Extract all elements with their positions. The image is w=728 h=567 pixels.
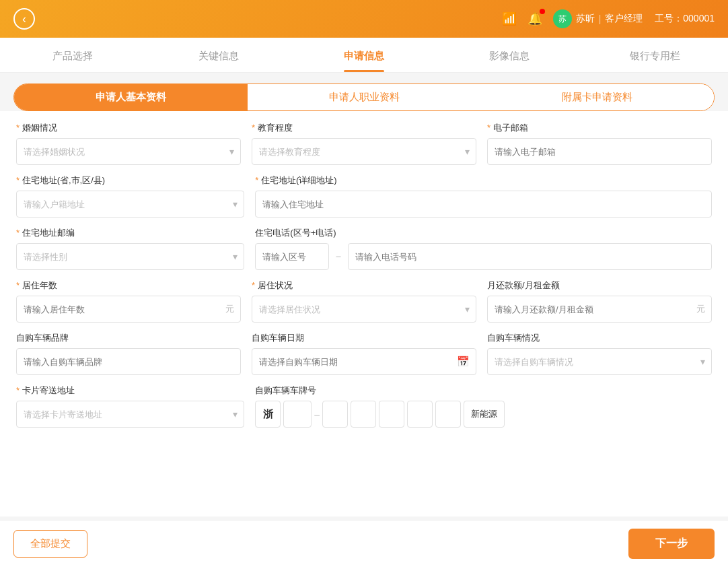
form-group-car-brand: 自购车辆品牌	[16, 332, 241, 375]
car-date-label: 自购车辆日期	[252, 332, 476, 344]
sub-tabs: 申请人基本资料 申请人职业资料 附属卡申请资料	[13, 84, 715, 111]
tab-career-info[interactable]: 申请人职业资料	[248, 84, 481, 110]
zip-label: 住宅地址邮编	[16, 227, 244, 239]
plate-char4-input[interactable]	[407, 401, 433, 428]
monthly-payment-wrap: 元	[487, 296, 712, 323]
marital-select-wrap: 请选择婚姻状况	[16, 138, 241, 165]
step-product[interactable]: 产品选择	[0, 38, 145, 72]
home-addr-detail-input[interactable]	[255, 191, 712, 218]
card-delivery-select[interactable]: 请选择卡片寄送地址	[16, 401, 244, 428]
plate-char3-input[interactable]	[379, 401, 404, 428]
email-label: 电子邮箱	[487, 122, 712, 134]
form-group-car-date: 自购车辆日期 📅	[252, 332, 476, 375]
education-select[interactable]: 请选择教育程度	[252, 138, 476, 165]
plate-char2-input[interactable]	[351, 401, 376, 428]
residence-years-input[interactable]	[16, 296, 241, 323]
user-info: 苏 苏昕 | 客户经理 工号：000001	[553, 9, 715, 28]
plate-new-energy-button[interactable]: 新能源	[464, 401, 505, 428]
submit-all-button[interactable]: 全部提交	[13, 530, 87, 558]
bell-icon: 🔔	[527, 12, 542, 26]
form-group-residence-years: 居住年数 元	[16, 279, 241, 323]
car-brand-input[interactable]	[16, 348, 241, 375]
form-group-education: 教育程度 请选择教育程度	[252, 122, 476, 165]
plate-char5-input[interactable]	[435, 401, 461, 428]
plate-letter-input[interactable]	[283, 401, 312, 428]
form-group-car-status: 自购车辆情况 请选择自购车辆情况	[487, 332, 712, 375]
email-input[interactable]	[487, 138, 712, 165]
phone-number-input[interactable]	[348, 243, 712, 270]
divider: |	[599, 13, 602, 24]
residence-years-label: 居住年数	[16, 279, 241, 292]
marital-select[interactable]: 请选择婚姻状况	[16, 138, 241, 165]
zip-select-wrap: 请选择性别	[16, 243, 244, 270]
step-apply-info[interactable]: 申请信息	[291, 38, 437, 72]
phone-area-input[interactable]	[255, 243, 329, 270]
education-label: 教育程度	[252, 122, 476, 134]
home-addr-detail-label: 住宅地址(详细地址)	[255, 174, 712, 187]
form-row-1: 婚姻情况 请选择婚姻状况 教育程度 请选择教育程度 电子邮箱	[16, 122, 712, 165]
home-addr-select-wrap: 请输入户籍地址	[16, 191, 244, 218]
form-row-3: 住宅地址邮编 请选择性别 住宅电话(区号+电话) －	[16, 227, 712, 270]
back-button[interactable]: ‹	[13, 8, 35, 30]
card-delivery-wrap: 请选择卡片寄送地址	[16, 401, 244, 428]
step-key-info[interactable]: 关键信息	[145, 38, 291, 72]
header-right: 📶 🔔 苏 苏昕 | 客户经理 工号：000001	[502, 9, 715, 28]
residence-years-wrap: 元	[16, 296, 241, 323]
user-role: 客户经理	[605, 13, 643, 25]
form-row-5: 自购车辆品牌 自购车辆日期 📅 自购车辆情况 请选择自购车辆情况	[16, 332, 712, 375]
form-group-home-addr-detail: 住宅地址(详细地址)	[255, 174, 712, 218]
residence-status-label: 居住状况	[252, 279, 476, 292]
plate-row: 浙 – 新能源	[255, 401, 712, 428]
tab-basic-info[interactable]: 申请人基本资料	[14, 84, 248, 110]
form-group-residence-status: 居住状况 请选择居住状况	[252, 279, 476, 323]
car-status-wrap: 请选择自购车辆情况	[487, 348, 712, 375]
form-group-phone: 住宅电话(区号+电话) －	[255, 227, 712, 270]
phone-group: －	[255, 243, 712, 270]
monthly-payment-unit: 元	[696, 303, 705, 315]
user-name: 苏昕	[576, 13, 595, 25]
bell-wrap: 🔔	[527, 11, 542, 26]
header-left: ‹	[13, 8, 35, 30]
calendar-icon: 📅	[457, 356, 470, 368]
card-delivery-label: 卡片寄送地址	[16, 385, 244, 397]
form-group-email: 电子邮箱	[487, 122, 712, 165]
header: ‹ 📶 🔔 苏 苏昕 | 客户经理 工号：000001	[0, 0, 728, 38]
car-status-select[interactable]: 请选择自购车辆情况	[487, 348, 712, 375]
form-row-6: 卡片寄送地址 请选择卡片寄送地址 自购车辆车牌号 浙 –	[16, 385, 712, 428]
back-icon: ‹	[22, 12, 26, 26]
next-button[interactable]: 下一步	[628, 529, 715, 559]
tab-supplementary-card[interactable]: 附属卡申请资料	[480, 84, 714, 110]
phone-label: 住宅电话(区号+电话)	[255, 227, 712, 239]
step-bank-col[interactable]: 银行专用栏	[583, 38, 728, 72]
car-status-label: 自购车辆情况	[487, 332, 712, 344]
residence-status-select[interactable]: 请选择居住状况	[252, 296, 476, 323]
step-image-info[interactable]: 影像信息	[437, 38, 582, 72]
car-date-input[interactable]	[252, 348, 476, 375]
form-group-marital: 婚姻情况 请选择婚姻状况	[16, 122, 241, 165]
notification-badge	[540, 9, 545, 14]
plate-char1-input[interactable]	[322, 401, 348, 428]
main-content: 申请人基本资料 申请人职业资料 附属卡申请资料 婚姻情况 请选择婚姻状况 教育程…	[0, 73, 728, 516]
residence-years-unit: 元	[225, 303, 234, 315]
form-row-4: 居住年数 元 居住状况 请选择居住状况 月还款额/月租金额 元	[16, 279, 712, 323]
employee-label: 工号：000001	[655, 13, 715, 25]
plate-dash-icon: –	[314, 409, 320, 420]
zip-select[interactable]: 请选择性别	[16, 243, 244, 270]
plate-province-box: 浙	[255, 401, 281, 428]
phone-dash-icon: －	[333, 250, 344, 264]
form-group-plate: 自购车辆车牌号 浙 – 新能源	[255, 385, 712, 428]
monthly-payment-input[interactable]	[487, 296, 712, 323]
wifi-icon: 📶	[502, 11, 517, 26]
car-brand-label: 自购车辆品牌	[16, 332, 241, 344]
footer: 全部提交 下一步	[0, 520, 728, 567]
form-group-zip: 住宅地址邮编 请选择性别	[16, 227, 244, 270]
monthly-payment-label: 月还款额/月租金额	[487, 279, 712, 292]
form-row-2: 住宅地址(省,市,区/县) 请输入户籍地址 住宅地址(详细地址)	[16, 174, 712, 218]
education-select-wrap: 请选择教育程度	[252, 138, 476, 165]
marital-label: 婚姻情况	[16, 122, 241, 134]
home-addr-label: 住宅地址(省,市,区/县)	[16, 174, 244, 187]
form-card: 婚姻情况 请选择婚姻状况 教育程度 请选择教育程度 电子邮箱	[0, 111, 728, 516]
form-group-monthly-payment: 月还款额/月租金额 元	[487, 279, 712, 323]
home-addr-select[interactable]: 请输入户籍地址	[16, 191, 244, 218]
form-group-card-delivery: 卡片寄送地址 请选择卡片寄送地址	[16, 385, 244, 428]
